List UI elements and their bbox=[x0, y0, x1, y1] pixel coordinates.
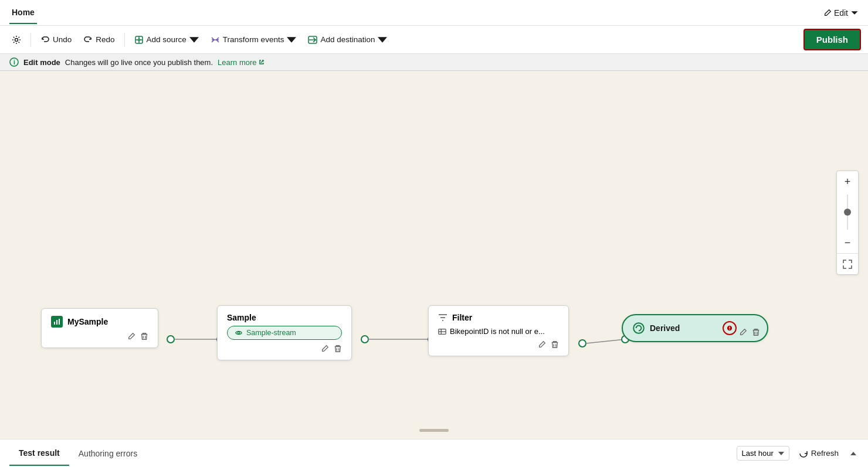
add-destination-chevron-icon bbox=[378, 35, 387, 45]
info-icon: i bbox=[9, 57, 19, 67]
zoom-slider-thumb[interactable] bbox=[844, 209, 851, 216]
transform-chevron-icon bbox=[287, 35, 296, 45]
sample-edit-icon[interactable] bbox=[321, 345, 329, 353]
divider-2 bbox=[124, 33, 125, 47]
svg-point-6 bbox=[167, 336, 174, 343]
info-message: Changes will go live once you publish th… bbox=[65, 58, 213, 67]
transform-events-label: Transform events bbox=[223, 35, 284, 44]
refresh-label: Refresh bbox=[811, 449, 839, 458]
bottom-tabs: Test result Authoring errors bbox=[0, 439, 156, 467]
derived-icon bbox=[632, 322, 645, 335]
node-filter-title: Filter bbox=[438, 313, 559, 322]
external-link-icon bbox=[259, 59, 265, 65]
mysample-edit-icon[interactable] bbox=[127, 332, 135, 340]
edit-icon bbox=[823, 9, 832, 17]
add-destination-button[interactable]: Add destination bbox=[303, 32, 392, 48]
svg-point-23 bbox=[729, 329, 730, 330]
connectors bbox=[0, 71, 868, 439]
learn-more-text: Learn more bbox=[218, 58, 256, 67]
filter-condition: BikepointID is not null or e... bbox=[438, 327, 559, 336]
tab-home[interactable]: Home bbox=[9, 2, 37, 24]
node-filter[interactable]: Filter BikepointID is not null or e... bbox=[428, 305, 569, 356]
filter-icon bbox=[438, 313, 447, 322]
svg-rect-15 bbox=[56, 320, 57, 325]
filter-delete-icon[interactable] bbox=[551, 340, 559, 349]
sample-delete-icon[interactable] bbox=[334, 345, 342, 353]
time-range-label: Last hour bbox=[742, 449, 774, 458]
bottom-bar: Test result Authoring errors Last hour R… bbox=[0, 439, 868, 467]
svg-point-11 bbox=[579, 340, 586, 347]
derived-title-label: Derived bbox=[650, 323, 718, 333]
node-derived[interactable]: Derived bbox=[622, 314, 768, 342]
chevron-down-icon bbox=[850, 9, 859, 17]
redo-icon bbox=[83, 35, 93, 45]
filter-edit-icon[interactable] bbox=[538, 340, 546, 349]
tab-test-result[interactable]: Test result bbox=[9, 441, 69, 466]
undo-label: Undo bbox=[53, 35, 72, 44]
svg-text:i: i bbox=[13, 59, 15, 66]
mysample-label: MySample bbox=[67, 317, 108, 326]
stream-icon bbox=[235, 329, 243, 337]
transform-events-button[interactable]: Transform events bbox=[206, 32, 301, 48]
canvas[interactable]: MySample Sample Sample-stream bbox=[0, 71, 868, 439]
settings-button[interactable] bbox=[7, 32, 26, 48]
divider-1 bbox=[30, 33, 31, 47]
edit-mode-label: Edit mode bbox=[23, 58, 60, 67]
filter-condition-label: BikepointID is not null or e... bbox=[450, 327, 545, 336]
bar-chart-icon bbox=[53, 318, 60, 325]
filter-actions bbox=[438, 340, 559, 349]
bottom-right: Last hour Refresh bbox=[727, 446, 868, 461]
sample-title-label: Sample bbox=[227, 313, 256, 322]
derived-error-indicator bbox=[723, 321, 737, 335]
add-source-button[interactable]: Add source bbox=[130, 32, 204, 48]
sample-badge-label: Sample-stream bbox=[246, 329, 296, 337]
undo-icon bbox=[40, 35, 50, 45]
zoom-out-button[interactable]: − bbox=[837, 232, 858, 253]
mysample-icon bbox=[51, 316, 63, 328]
zoom-controls: + − bbox=[836, 171, 859, 275]
svg-point-8 bbox=[361, 336, 368, 343]
svg-line-12 bbox=[586, 339, 625, 343]
bottom-collapse-button[interactable] bbox=[848, 449, 859, 458]
redo-button[interactable]: Redo bbox=[79, 32, 119, 48]
sample-badge: Sample-stream bbox=[227, 326, 342, 340]
node-sample[interactable]: Sample Sample-stream bbox=[217, 305, 352, 360]
sample-actions bbox=[227, 345, 342, 353]
filter-condition-icon bbox=[438, 328, 446, 336]
toolbar: Undo Redo Add source Transform events bbox=[0, 26, 868, 54]
tab-authoring-errors[interactable]: Authoring errors bbox=[69, 442, 147, 465]
node-mysample[interactable]: MySample bbox=[41, 308, 158, 348]
derived-error-icon bbox=[727, 325, 733, 331]
derived-actions bbox=[739, 328, 760, 336]
refresh-button[interactable]: Refresh bbox=[794, 446, 843, 461]
time-select-chevron-icon bbox=[778, 452, 784, 455]
derived-delete-icon[interactable] bbox=[752, 328, 760, 336]
zoom-in-button[interactable]: + bbox=[837, 171, 858, 192]
learn-more-link[interactable]: Learn more bbox=[218, 58, 264, 67]
redo-label: Redo bbox=[96, 35, 114, 44]
node-sample-title: Sample bbox=[227, 313, 342, 322]
publish-button[interactable]: Publish bbox=[803, 29, 861, 50]
add-source-icon bbox=[134, 35, 144, 45]
svg-point-1 bbox=[138, 39, 140, 40]
collapse-chevron-icon bbox=[850, 452, 856, 455]
derived-edit-icon[interactable] bbox=[739, 328, 747, 336]
undo-button[interactable]: Undo bbox=[36, 32, 76, 48]
fit-icon bbox=[843, 260, 852, 269]
transform-icon bbox=[211, 35, 220, 45]
settings-icon bbox=[12, 35, 21, 45]
time-range-select[interactable]: Last hour bbox=[737, 446, 789, 461]
add-destination-icon bbox=[308, 35, 317, 45]
zoom-fit-button[interactable] bbox=[837, 253, 858, 274]
node-mysample-title: MySample bbox=[51, 316, 148, 328]
edit-button[interactable]: Edit bbox=[823, 8, 859, 18]
svg-rect-14 bbox=[54, 322, 55, 325]
edit-label: Edit bbox=[834, 8, 848, 18]
info-bar: i Edit mode Changes will go live once yo… bbox=[0, 54, 868, 71]
tab-bar: Home Edit bbox=[0, 0, 868, 26]
filter-title-label: Filter bbox=[452, 313, 472, 322]
add-source-chevron-icon bbox=[189, 35, 199, 45]
mysample-actions bbox=[51, 332, 148, 340]
svg-point-0 bbox=[15, 38, 18, 41]
mysample-delete-icon[interactable] bbox=[140, 332, 148, 340]
